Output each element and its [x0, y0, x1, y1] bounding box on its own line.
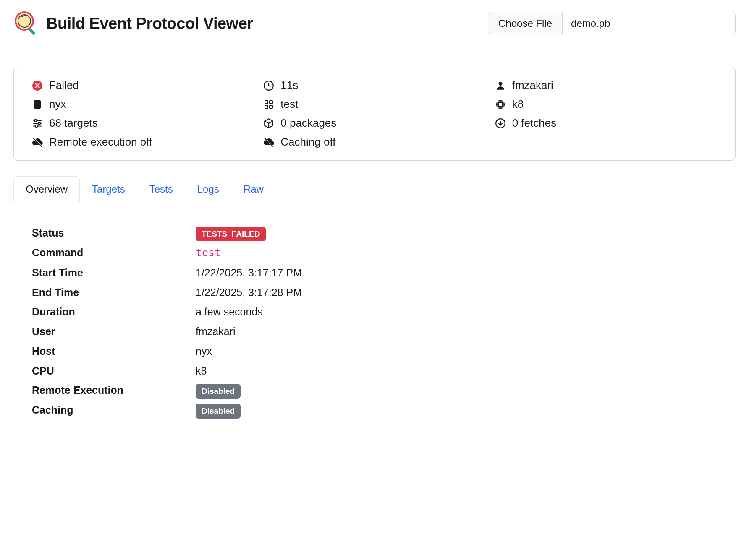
label-caching: Caching [32, 402, 196, 418]
label-remote-exec: Remote Execution [32, 382, 196, 399]
server-icon [31, 99, 43, 110]
clock-icon [263, 80, 275, 91]
cloud-off-icon [31, 136, 43, 148]
svg-rect-9 [270, 101, 272, 104]
summary-packages-text: 0 packages [280, 117, 336, 130]
tab-overview[interactable]: Overview [13, 176, 80, 202]
summary-targets: 68 targets [31, 117, 254, 130]
summary-user-text: fmzakari [512, 79, 553, 92]
svg-rect-10 [265, 105, 268, 108]
summary-cpu-text: k8 [512, 98, 524, 111]
summary-duration: 11s [263, 79, 486, 92]
summary-caching-text: Caching off [280, 135, 335, 148]
summary-user: fmzakari [495, 79, 718, 92]
file-name: demo.pb [563, 12, 735, 35]
summary-targets-text: 68 targets [49, 117, 98, 130]
cpu-icon [495, 99, 506, 110]
svg-rect-8 [265, 101, 268, 104]
value-duration: a few seconds [196, 304, 717, 320]
svg-rect-13 [499, 103, 502, 106]
summary-packages: 0 packages [263, 117, 486, 130]
tab-targets[interactable]: Targets [80, 176, 137, 202]
summary-fetches: 0 fetches [495, 117, 718, 130]
svg-rect-11 [270, 105, 272, 108]
label-end-time: End Time [32, 284, 196, 301]
value-host: nyx [196, 343, 717, 359]
page-title: Build Event Protocol Viewer [46, 15, 253, 33]
svg-point-14 [34, 119, 37, 121]
header: Build Event Protocol Viewer Choose File … [13, 10, 736, 37]
magnifier-icon [13, 10, 39, 37]
sliders-icon [31, 117, 43, 129]
summary-fetches-text: 0 fetches [512, 117, 557, 130]
summary-status: Failed [31, 79, 254, 92]
user-icon [495, 80, 506, 91]
package-icon [263, 117, 275, 129]
summary-host: nyx [31, 98, 254, 111]
cloud-off-icon [263, 136, 275, 148]
summary-host-text: nyx [49, 98, 66, 111]
summary-command: test [263, 98, 486, 111]
value-start-time: 1/22/2025, 3:17:17 PM [196, 265, 717, 281]
remote-exec-badge: Disabled [196, 384, 241, 399]
svg-point-5 [498, 82, 502, 86]
summary-card: Failed 11s fmzakari nyx test [13, 67, 736, 161]
value-cpu: k8 [196, 363, 717, 379]
label-duration: Duration [32, 304, 196, 320]
fail-icon [31, 80, 43, 91]
choose-file-button[interactable]: Choose File [488, 12, 563, 35]
label-host: Host [32, 343, 196, 359]
download-icon [495, 117, 506, 129]
grid-icon [263, 99, 275, 110]
value-end-time: 1/22/2025, 3:17:28 PM [196, 284, 717, 301]
divider [13, 49, 736, 49]
tabs: Overview Targets Tests Logs Raw [13, 176, 736, 202]
summary-remote-exec: Remote execution off [31, 135, 254, 148]
tab-tests[interactable]: Tests [137, 176, 185, 202]
summary-status-text: Failed [49, 79, 79, 92]
summary-caching: Caching off [263, 135, 486, 148]
svg-point-15 [38, 122, 40, 124]
summary-duration-text: 11s [280, 79, 298, 92]
caching-badge: Disabled [196, 404, 241, 418]
summary-remote-exec-text: Remote execution off [49, 135, 152, 148]
label-user: User [32, 323, 196, 340]
svg-rect-2 [29, 28, 36, 35]
summary-cpu: k8 [495, 98, 718, 111]
value-user: fmzakari [196, 323, 717, 340]
tab-logs[interactable]: Logs [185, 176, 231, 202]
status-badge: TESTS_FAILED [196, 227, 266, 241]
summary-command-text: test [280, 98, 298, 111]
value-command: test [196, 247, 221, 259]
svg-point-16 [35, 125, 37, 127]
label-cpu: CPU [32, 363, 196, 379]
label-status: Status [32, 225, 196, 241]
label-start-time: Start Time [32, 265, 196, 281]
tab-raw[interactable]: Raw [231, 176, 276, 202]
brand: Build Event Protocol Viewer [13, 10, 253, 37]
file-picker: Choose File demo.pb [488, 12, 736, 35]
overview-panel: Status TESTS_FAILED Command test Start T… [13, 202, 736, 419]
label-command: Command [32, 245, 196, 261]
